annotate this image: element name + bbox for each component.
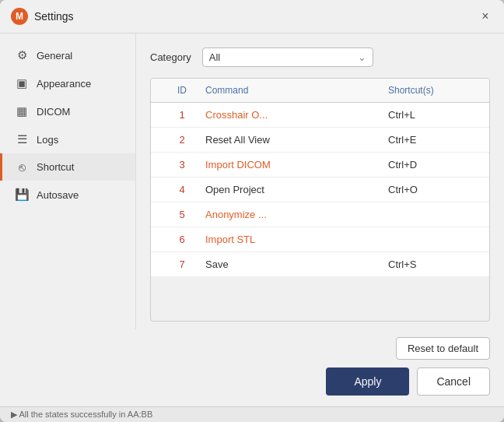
cell-id: 3 [159,159,205,171]
cell-command: Open Project [205,184,388,195]
main-content: ⚙ General ▣ Appearance ▦ DICOM ☰ Logs ⎋ … [0,33,504,329]
cell-id: 4 [159,184,205,195]
sidebar-item-appearance[interactable]: ▣ Appearance [0,69,135,97]
category-label: Category [150,51,191,63]
table-row[interactable]: 2Reset All ViewCtrl+E [151,128,489,153]
sidebar-label-logs: Logs [37,134,58,146]
cell-command: Anonymize ... [205,209,388,220]
gear-icon: ⚙ [15,48,29,62]
sidebar-label-appearance: Appearance [37,78,91,90]
cell-command: Import DICOM [205,159,388,171]
cancel-button[interactable]: Cancel [417,367,490,396]
col-command: Command [205,85,388,96]
sidebar-label-shortcut: Shortcut [37,161,74,173]
shortcut-icon: ⎋ [15,160,29,174]
dialog-title: Settings [34,10,478,23]
sidebar-label-autosave: Autosave [37,189,79,201]
cell-shortcut [388,234,481,245]
cell-shortcut [388,209,481,220]
sidebar-item-shortcut[interactable]: ⎋ Shortcut [0,153,135,181]
cell-id: 6 [159,234,205,245]
cell-id: 5 [159,209,205,220]
table-row[interactable]: 6Import STL [151,227,489,252]
cell-shortcut: Ctrl+E [388,134,481,146]
sidebar-item-dicom[interactable]: ▦ DICOM [0,97,135,125]
title-bar: M Settings × [0,0,504,33]
appearance-icon: ▣ [15,76,29,90]
app-logo: M [11,8,28,25]
cell-shortcut: Ctrl+S [388,258,481,270]
sidebar-item-general[interactable]: ⚙ General [0,41,135,69]
table-row[interactable]: 5Anonymize ... [151,202,489,227]
cell-id: 7 [159,258,205,270]
sidebar: ⚙ General ▣ Appearance ▦ DICOM ☰ Logs ⎋ … [0,33,136,329]
reset-to-default-button[interactable]: Reset to default [396,337,490,360]
action-row: Apply Cancel [14,367,490,396]
autosave-icon: 💾 [15,188,29,202]
category-value: All [209,51,220,63]
dicom-icon: ▦ [15,104,29,118]
close-button[interactable]: × [478,9,493,24]
sidebar-item-logs[interactable]: ☰ Logs [0,125,135,153]
table-row[interactable]: 3Import DICOMCtrl+D [151,153,489,178]
content-area: Category All ⌄ ID Command Shortcut(s) 1C… [136,33,504,329]
settings-dialog: M Settings × ⚙ General ▣ Appearance ▦ DI… [0,0,504,422]
status-bar: ▶ All the states successfully in AA:BB [0,406,504,422]
category-select[interactable]: All ⌄ [202,47,373,67]
cell-command: Crosshair O... [205,109,388,121]
table-row[interactable]: 1Crosshair O...Ctrl+L [151,103,489,128]
shortcuts-table: ID Command Shortcut(s) 1Crosshair O...Ct… [150,78,490,322]
cell-shortcut: Ctrl+L [388,109,481,121]
sidebar-label-general: General [37,50,72,62]
col-id: ID [159,85,205,96]
table-row[interactable]: 7SaveCtrl+S [151,252,489,276]
reset-row: Reset to default [14,337,490,360]
cell-shortcut: Ctrl+D [388,159,481,171]
status-text: ▶ All the states successfully in AA:BB [11,410,152,419]
logs-icon: ☰ [15,132,29,146]
sidebar-label-dicom: DICOM [37,106,70,118]
cell-command: Import STL [205,234,388,245]
col-shortcut: Shortcut(s) [388,85,481,96]
chevron-down-icon: ⌄ [358,51,366,63]
table-header: ID Command Shortcut(s) [151,79,489,103]
cell-id: 2 [159,134,205,146]
table-body: 1Crosshair O...Ctrl+L2Reset All ViewCtrl… [151,103,489,321]
category-row: Category All ⌄ [150,47,490,67]
table-row[interactable]: 4Open ProjectCtrl+O [151,178,489,202]
cell-command: Save [205,258,388,270]
cell-command: Reset All View [205,134,388,146]
cell-shortcut: Ctrl+O [388,184,481,195]
cell-id: 1 [159,109,205,121]
sidebar-item-autosave[interactable]: 💾 Autosave [0,181,135,209]
bottom-area: Reset to default Apply Cancel [0,329,504,406]
apply-button[interactable]: Apply [326,367,409,396]
